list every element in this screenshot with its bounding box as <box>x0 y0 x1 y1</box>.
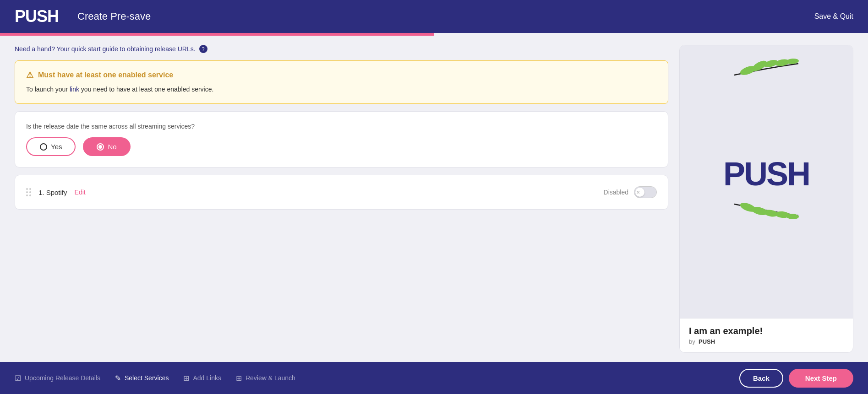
step-release-label: Upcoming Release Details <box>25 374 100 382</box>
footer-step-release-details[interactable]: ☑ Upcoming Release Details <box>15 374 100 383</box>
service-edit-link[interactable]: Edit <box>75 189 86 196</box>
preview-artist-name: PUSH <box>699 338 715 345</box>
step-services-label: Select Services <box>125 374 169 382</box>
main-content: Need a hand? Your quick start guide to o… <box>0 36 868 362</box>
step-review-label: Review & Launch <box>246 374 295 382</box>
header: PUSH Create Pre-save Save & Quit <box>0 0 868 33</box>
drag-dot <box>26 194 28 196</box>
help-icon[interactable]: ? <box>199 45 207 53</box>
preview-by-label: by <box>689 338 695 345</box>
radio-no-label: No <box>108 143 116 151</box>
radio-yes-label: Yes <box>51 143 62 151</box>
spotify-service-card: 1. Spotify Edit Disabled ✕ <box>15 175 668 210</box>
leaf-top-decoration <box>730 54 803 84</box>
preview-card: PUSH I am an example! by <box>679 45 853 353</box>
drag-dot <box>29 191 31 193</box>
warning-icon: ⚠ <box>26 70 33 80</box>
service-name: 1. Spotify <box>38 189 67 196</box>
drag-handle[interactable] <box>26 188 31 196</box>
drag-dot <box>29 188 31 190</box>
step-links-label: Add Links <box>193 374 221 382</box>
step-check-icon: ☑ <box>15 374 21 383</box>
footer-step-review-launch[interactable]: ⊞ Review & Launch <box>236 374 295 383</box>
preview-title: I am an example! <box>689 326 844 336</box>
leaf-bottom-decoration <box>730 197 803 227</box>
header-divider <box>68 10 68 23</box>
question-text: Is the release date the same across all … <box>26 123 657 130</box>
preview-image: PUSH <box>680 45 853 318</box>
footer: ☑ Upcoming Release Details ✎ Select Serv… <box>0 362 868 394</box>
radio-no-circle <box>97 143 104 151</box>
warning-box: ⚠ Must have at least one enabled service… <box>15 60 668 104</box>
logo: PUSH <box>15 7 59 26</box>
drag-dot <box>26 191 28 193</box>
radio-no-button[interactable]: No <box>83 137 130 156</box>
drag-dot <box>29 194 31 196</box>
leaf-bottom-svg <box>730 197 803 225</box>
step-links-icon: ⊞ <box>183 374 189 383</box>
preview-info: I am an example! by PUSH <box>680 318 853 352</box>
footer-step-select-services[interactable]: ✎ Select Services <box>115 374 169 383</box>
footer-steps: ☑ Upcoming Release Details ✎ Select Serv… <box>15 374 295 383</box>
page-title: Create Pre-save <box>77 11 151 22</box>
footer-step-add-links[interactable]: ⊞ Add Links <box>183 374 221 383</box>
right-panel: PUSH I am an example! by <box>679 45 853 353</box>
left-panel: Need a hand? Your quick start guide to o… <box>15 45 668 353</box>
warning-description: To launch your link you need to have at … <box>26 85 657 94</box>
drag-dot-row-3 <box>26 194 31 196</box>
preview-subtitle: by PUSH <box>689 338 844 345</box>
release-date-card: Is the release date the same across all … <box>15 111 668 167</box>
radio-group: Yes No <box>26 137 657 156</box>
service-row: 1. Spotify Edit Disabled ✕ <box>26 186 657 198</box>
step-edit-icon: ✎ <box>115 374 121 383</box>
radio-yes-circle <box>40 143 47 151</box>
footer-actions: Back Next Step <box>739 369 853 388</box>
service-toggle[interactable]: ✕ <box>634 186 657 198</box>
leaf-top-svg <box>730 54 803 82</box>
step-review-icon: ⊞ <box>236 374 242 383</box>
radio-yes-button[interactable]: Yes <box>26 137 76 156</box>
drag-dot-row-2 <box>26 191 31 193</box>
service-status: Disabled ✕ <box>604 186 657 198</box>
next-step-button[interactable]: Next Step <box>789 369 853 388</box>
drag-dot <box>26 188 28 190</box>
save-quit-button[interactable]: Save & Quit <box>814 12 853 21</box>
back-button[interactable]: Back <box>739 369 783 388</box>
warning-title: ⚠ Must have at least one enabled service <box>26 70 657 80</box>
help-text-row: Need a hand? Your quick start guide to o… <box>15 45 668 53</box>
drag-dot-row-1 <box>26 188 31 190</box>
toggle-x-icon: ✕ <box>636 190 640 195</box>
preview-logo: PUSH <box>723 155 809 193</box>
warning-link[interactable]: link <box>70 86 79 93</box>
help-text-label: Need a hand? Your quick start guide to o… <box>15 45 196 53</box>
header-left: PUSH Create Pre-save <box>15 7 151 26</box>
status-text: Disabled <box>604 189 628 196</box>
warning-title-text: Must have at least one enabled service <box>38 71 173 79</box>
